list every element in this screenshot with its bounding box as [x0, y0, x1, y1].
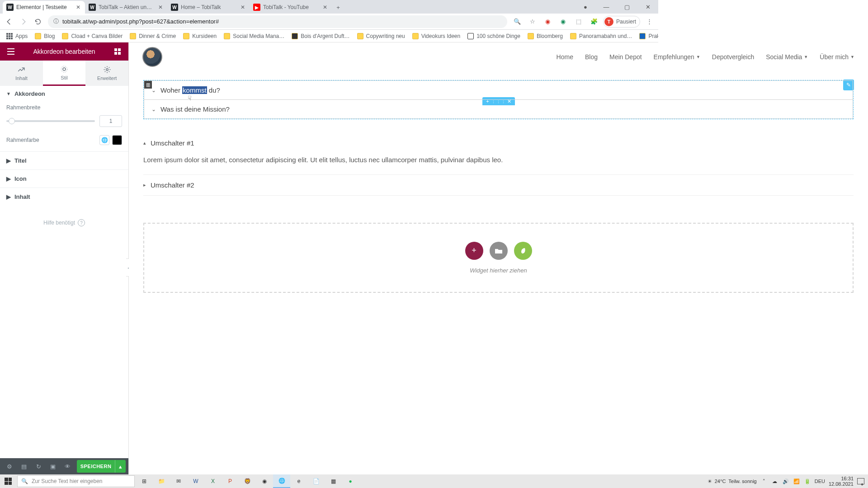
maximize-button[interactable]: ▢	[617, 0, 637, 14]
chrome-menu-icon[interactable]: ⋮	[643, 15, 656, 28]
section-icon-toggle[interactable]: ▶Icon	[0, 169, 128, 188]
bookmark-item[interactable]: Cload + Canva Bilder	[59, 31, 125, 42]
new-tab-button[interactable]: +	[332, 1, 344, 14]
folder-icon	[570, 33, 576, 39]
bookmark-apps[interactable]: Apps	[4, 31, 30, 42]
toggle-content: Lorem ipsum dolor sit amet, consectetur …	[143, 153, 658, 174]
bookmark-item[interactable]: Praktikum Projektm…	[637, 31, 658, 42]
site-logo[interactable]	[142, 47, 162, 67]
extension-icon[interactable]: ◉	[557, 15, 570, 28]
zoom-icon[interactable]: 🔍	[511, 15, 524, 28]
bookmark-item[interactable]: 100 schöne Dinge	[465, 31, 523, 42]
help-link[interactable]: Hilfe benötigt ?	[0, 206, 128, 240]
site-header: Home Blog Mein Depot Empfehlungen▼ Depot…	[129, 42, 658, 72]
toggle-widget[interactable]: ▴Umschalter #1 Lorem ipsum dolor sit ame…	[143, 133, 658, 196]
back-button[interactable]	[3, 15, 15, 28]
extension-icon[interactable]: ◉	[542, 15, 554, 28]
accordion-item[interactable]: ⌄ Was ist deine Mission?	[144, 100, 658, 118]
tab-title: Home – TobiTalk	[181, 4, 237, 10]
browser-tab[interactable]: W TobiTalk – Aktien und persönliche ✕	[85, 1, 167, 14]
address-bar[interactable]: ⓘ tobitalk.at/wp-admin/post.php?post=627…	[48, 15, 507, 28]
toggle-title: Umschalter #2	[151, 181, 194, 189]
extensions-puzzle-icon[interactable]: 🧩	[588, 15, 600, 28]
bookmark-item[interactable]: Social Media Mana…	[221, 31, 287, 42]
svg-rect-2	[114, 52, 117, 55]
profile-status: Pausiert	[616, 19, 636, 25]
help-icon: ?	[78, 219, 85, 226]
envato-button[interactable]	[514, 242, 532, 260]
section-label: Icon	[14, 175, 27, 182]
nav-item-depot[interactable]: Mein Depot	[609, 53, 642, 61]
browser-tab[interactable]: W Elementor | Testseite ✕	[3, 1, 85, 14]
tab-advanced[interactable]: Erweitert	[85, 61, 128, 86]
template-library-button[interactable]	[490, 242, 508, 260]
border-width-slider[interactable]	[6, 120, 95, 122]
folder-icon	[183, 33, 189, 39]
folder-icon	[130, 33, 136, 39]
bookmark-label: Videokurs Ideen	[421, 33, 461, 39]
accordion-title: Was ist deine Mission?	[160, 105, 230, 113]
global-color-icon[interactable]: 🌐	[99, 135, 109, 145]
toggle-item[interactable]: ▸Umschalter #2	[143, 175, 658, 196]
bookmark-item[interactable]: Copywriting neu	[354, 31, 408, 42]
bookmark-label: Bois d'Argent Duft…	[301, 33, 349, 39]
bookmark-label: Bloomberg	[537, 33, 563, 39]
bookmark-item[interactable]: Bois d'Argent Duft…	[289, 31, 352, 42]
reload-button[interactable]	[32, 15, 44, 28]
bookmark-item[interactable]: Bloomberg	[525, 31, 566, 42]
bookmark-label: 100 schöne Dinge	[476, 33, 520, 39]
nav-item-home[interactable]: Home	[557, 53, 573, 61]
accordion-widget[interactable]: ▥ ✎ ⌄ Woher kommst du? ☟ ⌄ Was ist deine…	[143, 80, 658, 119]
tab-content[interactable]: Inhalt	[0, 61, 43, 86]
youtube-icon: ▶	[253, 4, 260, 11]
section-titel-toggle[interactable]: ▶Titel	[0, 151, 128, 169]
section-label: Inhalt	[14, 193, 30, 200]
color-swatch[interactable]	[112, 135, 122, 145]
site-info-icon[interactable]: ⓘ	[53, 18, 59, 25]
bookmark-item[interactable]: Dinner & Crime	[127, 31, 179, 42]
close-window-button[interactable]: ✕	[637, 0, 658, 14]
bookmark-label: Social Media Mana…	[233, 33, 284, 39]
editor-canvas[interactable]: Home Blog Mein Depot Empfehlungen▼ Depot…	[129, 42, 658, 369]
nav-item-empfehlungen[interactable]: Empfehlungen▼	[654, 53, 658, 61]
accordion-title: Woher kommst du?	[160, 86, 220, 94]
browser-tab[interactable]: ▶ TobiTalk - YouTube ✕	[250, 1, 332, 14]
close-icon[interactable]: ✕	[75, 4, 81, 10]
bookmark-item[interactable]: Panoramabahn und…	[567, 31, 635, 42]
add-section-button[interactable]: +	[465, 242, 483, 260]
section-inhalt-toggle[interactable]: ▶Inhalt	[0, 188, 128, 206]
help-label: Hilfe benötigt	[43, 220, 75, 226]
menu-icon[interactable]	[4, 44, 18, 59]
bookmark-label: Apps	[15, 33, 28, 39]
toggle-title: Umschalter #1	[151, 139, 194, 147]
control-label: Rahmenbreite	[6, 104, 40, 111]
widgets-grid-icon[interactable]	[110, 44, 125, 59]
border-width-input[interactable]	[99, 115, 122, 127]
account-dot-icon[interactable]: ●	[575, 0, 596, 14]
svg-point-4	[63, 68, 66, 70]
bookmark-star-icon[interactable]: ☆	[526, 15, 539, 28]
forward-button[interactable]	[17, 15, 30, 28]
folder-icon	[528, 33, 534, 39]
tab-title: TobiTalk - YouTube	[263, 4, 319, 10]
slider-thumb[interactable]	[9, 118, 15, 124]
accordion-item[interactable]: ⌄ Woher kommst du? ☟	[144, 81, 658, 100]
bookmark-item[interactable]: Blog	[32, 31, 57, 42]
add-section-dropzone[interactable]: + Widget hierher ziehen	[143, 223, 658, 293]
section-accordion-toggle[interactable]: ▼ Akkordeon	[0, 86, 128, 102]
toggle-item[interactable]: ▴Umschalter #1 Lorem ipsum dolor sit ame…	[143, 133, 658, 175]
bookmark-item[interactable]: Kursideen	[180, 31, 219, 42]
browser-tab[interactable]: W Home – TobiTalk ✕	[167, 1, 250, 14]
close-icon[interactable]: ✕	[157, 4, 164, 10]
close-icon[interactable]: ✕	[322, 4, 328, 10]
bookmarks-bar: Apps Blog Cload + Canva Bilder Dinner & …	[0, 30, 658, 42]
tab-style[interactable]: Stil	[43, 61, 86, 86]
bookmark-item[interactable]: Videokurs Ideen	[410, 31, 463, 42]
profile-button[interactable]: T Pausiert	[603, 16, 640, 28]
minimize-button[interactable]: —	[596, 0, 617, 14]
extension-icon[interactable]: ⬚	[572, 15, 585, 28]
svg-point-6	[106, 69, 108, 71]
nav-label: Mein Depot	[609, 53, 642, 61]
close-icon[interactable]: ✕	[240, 4, 246, 10]
nav-item-blog[interactable]: Blog	[585, 53, 598, 61]
